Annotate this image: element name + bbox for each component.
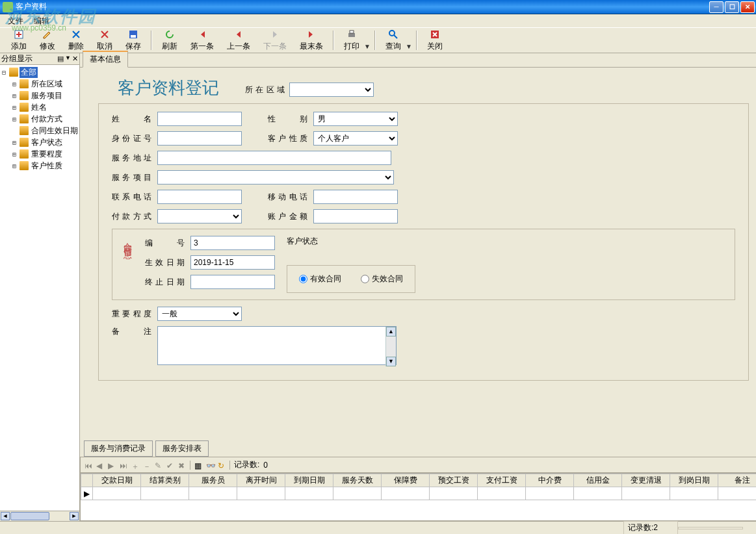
gender-select[interactable]: 男 (313, 112, 398, 126)
radio-valid-input[interactable] (299, 275, 307, 283)
code-input[interactable] (190, 236, 275, 250)
tree-item-7[interactable]: ⊞客户性质 (10, 160, 79, 172)
radio-invalid[interactable]: 失效合同 (361, 273, 403, 285)
cell[interactable] (189, 487, 237, 500)
tree-item-6[interactable]: ⊞重要程度 (10, 148, 79, 160)
region-select[interactable] (289, 83, 374, 97)
tool-next[interactable]: 下一条 (257, 27, 293, 54)
cell[interactable] (526, 487, 574, 500)
tool-print[interactable]: 打印 (338, 27, 365, 54)
nature-select[interactable]: 个人客户 (313, 131, 398, 146)
tree-item-0[interactable]: ⊞所在区域 (10, 78, 79, 90)
tool-query[interactable]: 查询 (380, 27, 407, 54)
expand-icon[interactable] (10, 127, 18, 134)
subtab-service-schedule[interactable]: 服务安排表 (155, 440, 209, 457)
acct-amount-input[interactable] (313, 209, 398, 223)
maximize-button[interactable]: ☐ (725, 1, 739, 13)
col-header[interactable]: 到岗日期 (670, 474, 718, 487)
radio-valid[interactable]: 有效合同 (299, 273, 341, 285)
tree-root-label[interactable]: 全部 (20, 67, 38, 78)
sidebar-dropdown-icon[interactable]: ▼ (65, 55, 71, 63)
expand-icon[interactable]: ⊞ (10, 139, 18, 146)
nav-edit-icon[interactable]: ✎ (155, 461, 163, 469)
refresh-icon[interactable]: ↻ (218, 461, 226, 469)
cell[interactable] (478, 487, 526, 500)
tool-last[interactable]: 最末条 (294, 27, 329, 54)
sidebar-config-icon[interactable]: ▤ (57, 55, 64, 63)
expand-icon[interactable]: ⊞ (10, 151, 18, 158)
col-header[interactable]: 离开时间 (237, 474, 285, 487)
cell[interactable] (670, 487, 718, 500)
menu-file[interactable]: 文件 (3, 14, 29, 28)
binocular-icon[interactable]: 👓 (206, 461, 214, 469)
minimize-button[interactable]: ─ (709, 1, 723, 13)
tree-root[interactable]: ⊟ 全部 (0, 66, 79, 78)
tree-item-4[interactable]: 合同生效日期 (10, 125, 79, 136)
menu-edit[interactable]: 编辑 (29, 14, 55, 28)
importance-select[interactable]: 一般 (157, 307, 242, 321)
col-header[interactable]: 服务天数 (333, 474, 382, 487)
end-date-input[interactable] (190, 275, 275, 289)
tool-first[interactable]: 第一条 (185, 27, 220, 54)
cell[interactable] (718, 487, 757, 500)
col-header[interactable]: 服务员 (189, 474, 237, 487)
tree-item-5[interactable]: ⊞客户状态 (10, 136, 79, 148)
phone-input[interactable] (157, 190, 242, 204)
col-header[interactable]: 保障费 (382, 474, 430, 487)
cell[interactable] (574, 487, 622, 500)
col-header[interactable]: 交款日期 (93, 474, 141, 487)
col-header[interactable]: 支付工资 (478, 474, 526, 487)
start-date-input[interactable] (190, 255, 275, 270)
cell[interactable] (93, 487, 141, 500)
tool-prev[interactable]: 上一条 (221, 27, 256, 54)
nav-cancel-icon[interactable]: ✖ (178, 461, 186, 469)
query-dropdown-icon[interactable]: ▼ (406, 43, 412, 53)
nav-ok-icon[interactable]: ✔ (166, 461, 174, 469)
idnum-input[interactable] (157, 131, 242, 146)
table-row[interactable]: ▶ (81, 487, 757, 500)
col-header[interactable]: 预交工资 (430, 474, 478, 487)
collapse-icon[interactable]: ⊟ (0, 69, 8, 76)
nav-next-icon[interactable]: ▶ (108, 461, 116, 469)
col-header[interactable]: 变更清退 (622, 474, 670, 487)
print-dropdown-icon[interactable]: ▼ (364, 43, 371, 53)
expand-icon[interactable]: ⊞ (10, 81, 18, 88)
nav-del-icon[interactable]: － (143, 461, 151, 469)
cell[interactable] (333, 487, 382, 500)
data-grid[interactable]: 交款日期结算类别服务员离开时间到期日期服务天数保障费预交工资支付工资中介费信用金… (80, 473, 756, 521)
nav-add-icon[interactable]: ＋ (131, 461, 139, 469)
tree-view[interactable]: ⊟ 全部 ⊞所在区域⊞服务项目⊞姓名⊞付款方式 合同生效日期⊞客户状态⊞重要程度… (0, 65, 79, 511)
tool-add[interactable]: 添加 (5, 27, 33, 54)
remark-textarea[interactable] (157, 326, 397, 365)
col-header[interactable]: 备注 (718, 474, 757, 487)
nav-prev-icon[interactable]: ◀ (96, 461, 104, 469)
tool-close[interactable]: 关闭 (421, 27, 449, 54)
tool-refresh[interactable]: 刷新 (156, 27, 183, 54)
cell[interactable] (430, 487, 478, 500)
expand-icon[interactable]: ⊞ (10, 116, 18, 123)
nav-last-icon[interactable]: ⏭ (120, 461, 127, 469)
cell[interactable] (622, 487, 670, 500)
radio-invalid-input[interactable] (361, 275, 369, 283)
cell[interactable] (382, 487, 430, 500)
tool-edit[interactable]: 修改 (34, 27, 61, 54)
sidebar-h-scrollbar[interactable]: ◄► (0, 511, 79, 521)
col-header[interactable]: 中介费 (526, 474, 574, 487)
tree-item-1[interactable]: ⊞服务项目 (10, 90, 79, 101)
tree-item-2[interactable]: ⊞姓名 (10, 101, 79, 113)
col-header[interactable]: 结算类别 (141, 474, 189, 487)
tree-item-3[interactable]: ⊞付款方式 (10, 113, 79, 125)
tab-basic-info[interactable]: 基本信息 (83, 51, 128, 68)
expand-icon[interactable]: ⊞ (10, 162, 18, 170)
close-button[interactable]: ✕ (740, 1, 755, 13)
col-header[interactable]: 信用金 (574, 474, 622, 487)
cell[interactable] (285, 487, 333, 500)
subtab-service-record[interactable]: 服务与消费记录 (84, 440, 153, 457)
tool-save[interactable]: 保存 (120, 27, 147, 54)
remark-scrollbar[interactable]: ▲▼ (385, 327, 396, 366)
paymethod-select[interactable] (157, 209, 242, 223)
col-header[interactable]: 到期日期 (285, 474, 333, 487)
tool-cancel[interactable]: 取消 (91, 27, 118, 54)
name-input[interactable] (157, 112, 242, 126)
service-addr-input[interactable] (157, 151, 391, 165)
